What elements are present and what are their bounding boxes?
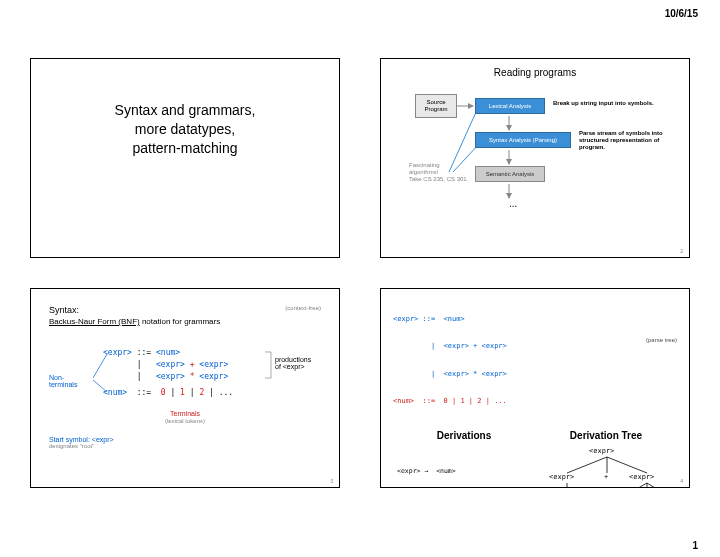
- bnf-label: Backus-Naur Form (BNF): [49, 317, 140, 326]
- slide2-title: Reading programs: [389, 67, 681, 78]
- box-lexical-analysis: Lexical Analysis: [475, 98, 545, 114]
- slide4-columns: Derivations <expr> → <num> → 5 <expr> → …: [393, 428, 677, 488]
- slide2-number: 2: [680, 248, 683, 254]
- box-semantic-analysis: Semantic Analysis: [475, 166, 545, 182]
- date-label: 10/6/15: [665, 8, 698, 19]
- tree-n0: <expr>: [589, 447, 614, 455]
- slide4-number: 4: [680, 478, 683, 484]
- text-syn-desc: Parse stream of symbols into structured …: [579, 130, 669, 152]
- derivation-1: <expr> → <num> → 5: [393, 447, 535, 488]
- tree-n2: <expr>: [629, 473, 654, 481]
- text-fascinating-l1: Fascinating algorithms!: [409, 162, 440, 175]
- tree-plus: +: [604, 473, 608, 481]
- title-line-2: more datatypes,: [31, 120, 339, 139]
- slide2-body: Source Program Lexical Analysis Syntax A…: [389, 88, 681, 243]
- text-fascinating-l2: Take CS 235, CS 301.: [409, 176, 468, 182]
- slide-reading-programs: Reading programs Source Program Lexical …: [380, 58, 690, 258]
- col-derivations: Derivations <expr> → <num> → 5 <expr> → …: [393, 428, 535, 488]
- slide3-heading: Syntax: (context-free): [49, 305, 321, 315]
- title-text: Syntax and grammars, more datatypes, pat…: [31, 101, 339, 158]
- tree-n1: <expr>: [549, 473, 574, 481]
- label-start-text: Start symbol: <expr>: [49, 436, 114, 443]
- s4-gram-l4: <num> ::= 0 | 1 | 2 | ...: [393, 397, 677, 406]
- grammar-callouts: [49, 348, 329, 404]
- slide4-grammar: <expr> ::= <num> | <expr> + <expr> | <ex…: [393, 297, 677, 424]
- page-number: 1: [692, 540, 698, 551]
- svg-line-4: [93, 354, 107, 378]
- s4-gram-l3: | <expr> * <expr>: [393, 370, 677, 379]
- slide3-subheading: Backus-Naur Form (BNF) notation for gram…: [49, 317, 321, 326]
- slide-derivations: <expr> ::= <num> | <expr> + <expr> | <ex…: [380, 288, 690, 488]
- svg-line-13: [619, 483, 647, 488]
- svg-line-5: [93, 380, 107, 392]
- title-line-1: Syntax and grammars,: [31, 101, 339, 120]
- box-syntax-analysis: Syntax Analysis (Parsing): [475, 132, 571, 148]
- heading-derivations: Derivations: [393, 430, 535, 441]
- label-terminals: Terminals (lexical tokens): [49, 410, 321, 424]
- derivation-tree: <expr> <expr> + <expr> 1 <expr> * <expr>…: [535, 447, 677, 488]
- grammar-block: Non-terminals productions of <expr> <exp…: [49, 348, 321, 404]
- heading-derivation-tree: Derivation Tree: [535, 430, 677, 441]
- s4-gram-l1: <expr> ::= <num>: [393, 315, 677, 324]
- bnf-rest: notation for grammars: [140, 317, 220, 326]
- label-terminals-text: Terminals: [170, 410, 200, 417]
- parse-tree-label: (parse tree): [646, 337, 677, 343]
- slide-title: Syntax and grammars, more datatypes, pat…: [30, 58, 340, 258]
- s4-gram-l2: | <expr> + <expr>: [393, 342, 677, 351]
- d1-l1: <expr> → <num>: [397, 467, 535, 477]
- text-fascinating: Fascinating algorithms! Take CS 235, CS …: [409, 162, 469, 184]
- slide-grid: Syntax and grammars, more datatypes, pat…: [30, 58, 690, 488]
- slide3-number: 3: [330, 478, 333, 484]
- slide-bnf: Syntax: (context-free) Backus-Naur Form …: [30, 288, 340, 488]
- ellipsis: ...: [509, 198, 517, 210]
- text-lex-desc: Break up string input into symbols.: [553, 100, 663, 107]
- label-start-symbol: Start symbol: <expr> designates "root": [49, 436, 321, 449]
- context-free-label: (context-free): [285, 305, 321, 311]
- svg-line-9: [567, 457, 607, 473]
- svg-line-11: [607, 457, 647, 473]
- box-source-program: Source Program: [415, 94, 457, 118]
- svg-line-15: [647, 483, 673, 488]
- label-terminals-sub: (lexical tokens): [165, 418, 205, 424]
- label-start-sub: designates "root": [49, 443, 321, 449]
- slide3-h1-text: Syntax:: [49, 305, 79, 315]
- title-line-3: pattern-matching: [31, 139, 339, 158]
- col-derivation-tree: Derivation Tree: [535, 428, 677, 488]
